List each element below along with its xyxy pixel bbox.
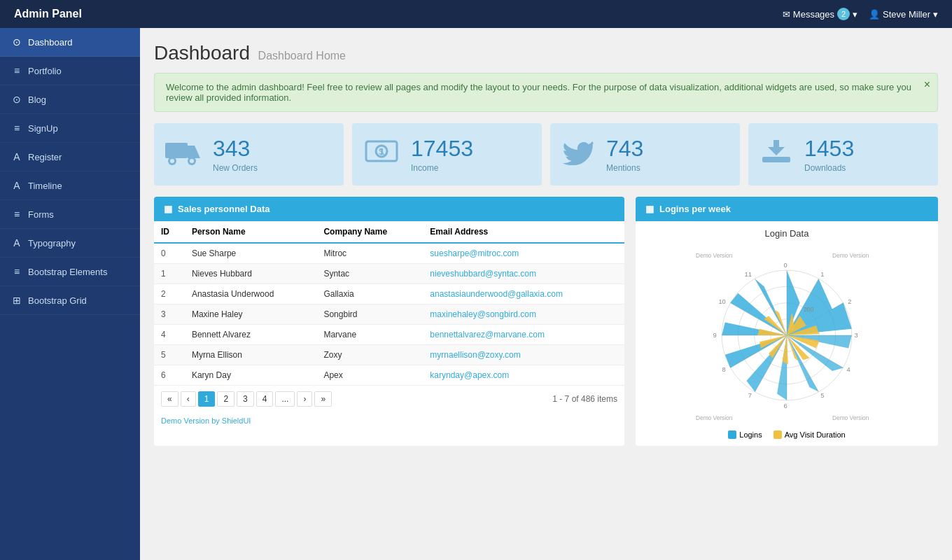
page-info: 1 - 7 of 486 items — [552, 394, 617, 404]
svg-rect-12 — [762, 160, 790, 162]
stat-cards: 343 New Orders $ 1 17453 Income — [154, 123, 938, 186]
table-row: 0 Sue Sharpe Mitroc suesharpe@mitroc.com — [154, 243, 624, 264]
col-id: ID — [154, 221, 185, 243]
stat-number-orders: 343 — [213, 136, 258, 162]
sidebar-item-label: Bootstrap Elements — [28, 267, 107, 277]
svg-text:4: 4 — [846, 366, 850, 373]
user-menu[interactable]: 👤 Steve Miller ▾ — [869, 9, 938, 20]
page-2-button[interactable]: 2 — [217, 391, 234, 407]
table-row: 4 Bennett Alvarez Marvane bennettalvarez… — [154, 325, 624, 345]
cell-company: Syntac — [316, 264, 423, 284]
sidebar-item-label: Forms — [28, 209, 54, 220]
page-first-button[interactable]: « — [161, 391, 178, 407]
stat-number-mentions: 743 — [606, 136, 643, 162]
svg-text:2: 2 — [848, 298, 851, 305]
cell-email: maxinehaley@songbird.com — [423, 304, 624, 325]
table-icon: ▦ — [164, 204, 172, 214]
cell-id: 5 — [154, 345, 185, 365]
page-title: Dashboard — [154, 42, 250, 64]
money-icon: $ 1 — [363, 137, 400, 172]
legend-logins: Logins — [728, 430, 762, 439]
svg-text:Demo Version: Demo Version — [696, 252, 733, 259]
cell-id: 3 — [154, 304, 185, 325]
svg-text:Demo Version: Demo Version — [696, 414, 733, 421]
svg-text:Demo Version: Demo Version — [832, 252, 869, 259]
cell-name: Anastasia Underwood — [185, 284, 317, 304]
page-subtitle: Dashboard Home — [258, 50, 346, 62]
cell-email: anastasiaunderwood@gallaxia.com — [423, 284, 624, 304]
legend-avg-visit: Avg Visit Duration — [774, 430, 846, 439]
cell-company: Gallaxia — [316, 284, 423, 304]
user-icon: 👤 — [869, 9, 880, 20]
sidebar-item-portfolio[interactable]: ≡ Portfolio — [0, 57, 140, 85]
sidebar-item-signup[interactable]: ≡ SignUp — [0, 114, 140, 143]
stat-card-mentions: 743 Mentions — [550, 123, 740, 186]
sidebar-item-typography[interactable]: A Typography — [0, 229, 140, 258]
sidebar-item-bootstrap-elements[interactable]: ≡ Bootstrap Elements — [0, 258, 140, 286]
chart-panel-header: ▦ Logins per week — [636, 197, 938, 221]
sidebar-item-label: Timeline — [28, 181, 62, 191]
legend-avg-visit-color — [774, 430, 782, 439]
main-content: Dashboard Dashboard Home Welcome to the … — [140, 28, 952, 560]
chart-legend: Logins Avg Visit Duration — [643, 430, 931, 439]
messages-button[interactable]: ✉ Messages 2 ▾ — [783, 8, 858, 20]
chart-inner: Login Data — [636, 221, 938, 446]
sidebar-item-label: Register — [28, 152, 62, 162]
bootstrap-grid-icon: ⊞ — [11, 295, 22, 306]
stat-label-mentions: Mentions — [606, 163, 643, 173]
sidebar-item-label: Typography — [28, 238, 76, 248]
svg-text:1: 1 — [820, 271, 824, 278]
cell-id: 2 — [154, 284, 185, 304]
table-row: 6 Karyn Day Apex karynday@apex.com — [154, 365, 624, 386]
page-last-button[interactable]: » — [314, 391, 332, 407]
cell-name: Karyn Day — [185, 365, 317, 386]
messages-dropdown-icon: ▾ — [853, 9, 858, 20]
app-title: Admin Panel — [14, 8, 82, 20]
messages-badge: 2 — [837, 8, 850, 20]
col-person: Person Name — [185, 221, 317, 243]
cell-company: Songbird — [316, 304, 423, 325]
page-prev-button[interactable]: ‹ — [181, 391, 196, 407]
cell-email: nieveshubbard@syntac.com — [423, 264, 624, 284]
sidebar-item-label: Dashboard — [28, 37, 73, 48]
col-company: Company Name — [316, 221, 423, 243]
stat-info-mentions: 743 Mentions — [606, 136, 643, 173]
page-3-button[interactable]: 3 — [237, 391, 254, 407]
sidebar-item-blog[interactable]: ⊙ Blog — [0, 85, 140, 114]
svg-text:6: 6 — [784, 402, 788, 410]
sales-panel-header: ▦ Sales personnel Data — [154, 197, 624, 221]
cell-email: suesharpe@mitroc.com — [423, 243, 624, 264]
stat-card-income: $ 1 17453 Income — [352, 123, 542, 186]
topbar-right: ✉ Messages 2 ▾ 👤 Steve Miller ▾ — [783, 8, 938, 20]
truck-icon — [165, 137, 202, 172]
svg-text:Demo Version: Demo Version — [832, 414, 869, 421]
stat-number-income: 17453 — [411, 136, 473, 162]
sidebar-item-label: Bootstrap Grid — [28, 295, 87, 306]
page-1-button[interactable]: 1 — [198, 391, 216, 407]
svg-marker-1 — [188, 146, 200, 158]
portfolio-icon: ≡ — [11, 65, 22, 76]
cell-name: Bennett Alvarez — [185, 325, 317, 345]
radar-chart: 0 1 2 3 4 5 6 7 8 9 10 11 — [689, 244, 885, 426]
page-next-button[interactable]: › — [297, 391, 312, 407]
alert-close-button[interactable]: × — [924, 79, 930, 90]
table-row: 5 Myrna Ellison Zoxy myrnaellison@zoxy.c… — [154, 345, 624, 365]
envelope-icon: ✉ — [783, 9, 790, 20]
sales-panel-title: Sales personnel Data — [178, 204, 270, 214]
col-email: Email Address — [423, 221, 624, 243]
cell-name: Sue Sharpe — [185, 243, 317, 264]
table-row: 3 Maxine Haley Songbird maxinehaley@song… — [154, 304, 624, 325]
sidebar-item-forms[interactable]: ≡ Forms — [0, 200, 140, 229]
page-header: Dashboard Dashboard Home — [154, 42, 938, 64]
sidebar-item-timeline[interactable]: A Timeline — [0, 172, 140, 200]
table-row: 2 Anastasia Underwood Gallaxia anastasia… — [154, 284, 624, 304]
page-4-button[interactable]: 4 — [256, 391, 274, 407]
svg-text:200: 200 — [804, 306, 813, 313]
sidebar-item-bootstrap-grid[interactable]: ⊞ Bootstrap Grid — [0, 286, 140, 315]
messages-label: Messages — [793, 9, 834, 20]
sidebar-item-dashboard[interactable]: ⊙ Dashboard — [0, 28, 140, 57]
user-label: Steve Miller — [883, 9, 930, 20]
legend-logins-color — [728, 430, 736, 439]
cell-company: Apex — [316, 365, 423, 386]
sidebar-item-register[interactable]: A Register — [0, 143, 140, 172]
